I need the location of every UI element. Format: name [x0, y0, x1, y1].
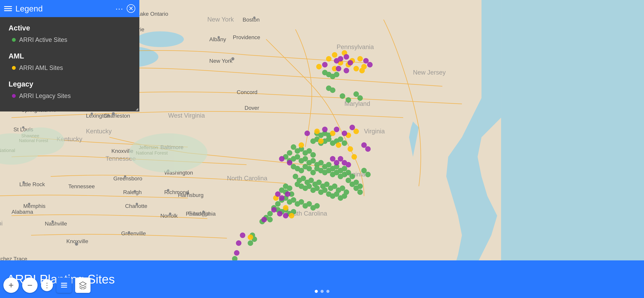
svg-point-242: [330, 87, 336, 93]
svg-point-64: [136, 203, 138, 205]
svg-point-257: [314, 129, 320, 134]
svg-point-136: [318, 160, 324, 165]
svg-point-167: [324, 182, 330, 187]
svg-point-178: [314, 185, 320, 191]
svg-point-302: [367, 62, 373, 67]
svg-text:Philadelphia: Philadelphia: [186, 211, 216, 217]
svg-point-2: [137, 31, 184, 47]
zoom-out-button[interactable]: −: [22, 277, 38, 293]
layers-button[interactable]: [75, 277, 90, 293]
svg-point-278: [322, 127, 328, 132]
svg-point-214: [354, 179, 359, 185]
legend-section-aml-title: AML: [8, 52, 131, 60]
svg-point-132: [287, 150, 292, 156]
svg-point-276: [344, 68, 349, 73]
svg-point-269: [248, 234, 253, 240]
svg-point-277: [304, 131, 310, 136]
svg-point-291: [285, 191, 290, 197]
svg-point-200: [314, 203, 320, 209]
svg-point-258: [330, 131, 336, 136]
svg-point-247: [316, 64, 322, 69]
svg-point-282: [279, 156, 284, 162]
svg-point-180: [322, 187, 328, 193]
svg-point-296: [240, 232, 245, 238]
options-button[interactable]: ⋮: [41, 279, 53, 291]
svg-point-142: [342, 166, 347, 171]
svg-text:Dover: Dover: [244, 105, 259, 111]
active-label: ARRI Active Sites: [19, 36, 67, 44]
svg-point-298: [234, 250, 240, 256]
svg-point-185: [342, 193, 347, 199]
svg-text:Lake Ontario: Lake Ontario: [137, 11, 168, 17]
svg-point-237: [340, 93, 345, 99]
svg-point-283: [287, 160, 292, 165]
legend-panel: Legend ··· ✕ Active ARRI Active Sites AM…: [0, 0, 139, 112]
list-view-button[interactable]: [56, 277, 72, 293]
svg-point-261: [318, 138, 324, 144]
svg-point-90: [231, 57, 234, 60]
svg-text:Shawnee: Shawnee: [21, 133, 39, 138]
svg-point-66: [128, 231, 130, 233]
bottom-toolbar: + − ⋮: [4, 277, 90, 293]
svg-text:Mississippi: Mississippi: [0, 220, 2, 227]
resize-handle[interactable]: ◢: [134, 106, 139, 112]
nav-dot-1[interactable]: [315, 290, 318, 293]
svg-text:Charleston: Charleston: [104, 113, 130, 119]
svg-point-125: [310, 152, 316, 158]
svg-point-153: [310, 170, 316, 175]
svg-text:Greenville: Greenville: [121, 230, 146, 236]
legend-item-legacy: ARRI Legacy Sites: [12, 92, 131, 100]
svg-point-210: [267, 217, 273, 222]
svg-point-198: [306, 201, 312, 207]
svg-point-163: [308, 178, 314, 183]
svg-point-81: [167, 189, 170, 191]
svg-text:Raleigh: Raleigh: [123, 189, 142, 195]
svg-point-169: [332, 183, 337, 189]
svg-point-290: [279, 195, 284, 201]
svg-point-234: [248, 240, 253, 246]
svg-point-262: [348, 146, 353, 152]
svg-text:Jefferson: Jefferson: [139, 145, 158, 150]
svg-point-61: [112, 112, 115, 115]
svg-text:Memphis: Memphis: [23, 203, 46, 209]
active-dot: [12, 38, 16, 42]
legend-header-actions: ··· ✕: [116, 4, 135, 13]
zoom-in-button[interactable]: +: [4, 277, 19, 293]
close-button[interactable]: ✕: [127, 4, 135, 13]
svg-point-152: [350, 174, 355, 179]
legend-section-legacy-title: Legacy: [8, 80, 131, 88]
svg-point-49: [22, 181, 25, 184]
svg-point-201: [275, 201, 280, 207]
svg-point-53: [52, 220, 54, 223]
legend-item-active: ARRI Active Sites: [12, 36, 131, 44]
nav-dot-2[interactable]: [320, 290, 324, 293]
svg-point-223: [338, 136, 343, 142]
svg-point-158: [291, 164, 296, 169]
svg-text:Virginia: Virginia: [364, 128, 385, 135]
svg-point-268: [289, 213, 294, 218]
svg-point-256: [357, 56, 363, 62]
vertical-dots-icon: ⋮: [44, 282, 50, 288]
svg-text:New Jersey: New Jersey: [413, 69, 446, 76]
svg-point-239: [354, 91, 359, 97]
svg-point-171: [340, 185, 345, 191]
svg-point-232: [357, 189, 363, 195]
svg-text:Nashville: Nashville: [45, 220, 67, 227]
more-options-icon[interactable]: ···: [116, 4, 123, 13]
svg-point-246: [334, 72, 339, 77]
svg-point-295: [262, 217, 267, 222]
svg-point-281: [350, 125, 355, 130]
legend-header: Legend ··· ✕: [0, 0, 139, 17]
hamburger-icon[interactable]: [4, 6, 12, 11]
svg-point-212: [346, 178, 351, 183]
svg-point-189: [287, 185, 292, 191]
svg-point-43: [22, 126, 24, 129]
svg-point-272: [322, 62, 328, 67]
svg-point-51: [28, 203, 30, 205]
svg-point-159: [293, 174, 298, 179]
bottom-nav-dots: [315, 290, 330, 293]
svg-rect-4: [501, 0, 644, 298]
nav-dot-3[interactable]: [326, 290, 330, 293]
svg-point-271: [332, 52, 337, 58]
svg-point-285: [334, 160, 339, 165]
